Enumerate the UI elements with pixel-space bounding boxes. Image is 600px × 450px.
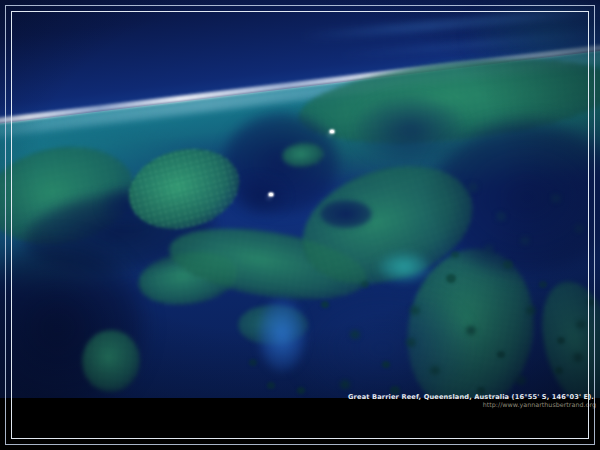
vignette-overlay [0, 0, 600, 398]
caption-url: http://www.yannarthusbertrand.org [348, 401, 596, 409]
caption-location: Great Barrier Reef, Queensland, Australi… [348, 393, 594, 401]
wallpaper-canvas: Great Barrier Reef, Queensland, Australi… [0, 0, 600, 450]
reef-aerial-photo [0, 0, 600, 398]
photo-caption: Great Barrier Reef, Queensland, Australi… [348, 393, 594, 409]
